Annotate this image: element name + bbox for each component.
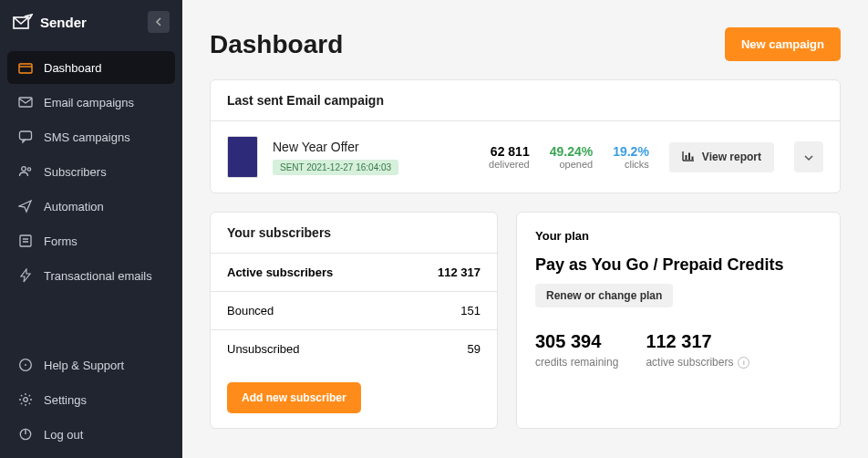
plan-name: Pay as You Go / Prepaid Credits xyxy=(535,255,822,275)
chat-icon xyxy=(18,130,33,144)
chevron-left-icon xyxy=(155,14,162,30)
view-report-label: View report xyxy=(702,151,761,163)
add-subscriber-button[interactable]: Add new subscriber xyxy=(227,382,361,413)
form-icon xyxy=(18,234,33,248)
row-value: 112 317 xyxy=(438,265,480,279)
sidebar-item-automation[interactable]: Automation xyxy=(7,190,175,223)
logo-icon xyxy=(13,14,33,30)
sidebar-item-label: Subscribers xyxy=(44,165,107,179)
svg-rect-1 xyxy=(19,64,32,73)
sidebar-item-dashboard[interactable]: Dashboard xyxy=(7,51,175,84)
subscribers-card: Your subscribers Active subscribers 112 … xyxy=(210,212,498,429)
subscriber-row-unsubscribed[interactable]: Unsubscribed 59 xyxy=(211,330,497,368)
svg-point-8 xyxy=(25,364,26,366)
plan-stat-value: 305 394 xyxy=(535,331,618,352)
chevron-down-icon xyxy=(804,151,813,164)
plan-stat-subscribers: 112 317 active subscribers i xyxy=(646,331,749,369)
subscriber-row-active[interactable]: Active subscribers 112 317 xyxy=(211,254,497,292)
sidebar-header: Sender xyxy=(0,0,182,44)
sidebar-item-label: Forms xyxy=(44,234,78,248)
new-campaign-button[interactable]: New campaign xyxy=(725,27,841,61)
users-icon xyxy=(18,164,33,179)
bolt-icon xyxy=(18,268,33,283)
row-value: 151 xyxy=(460,304,480,317)
page-title: Dashboard xyxy=(210,30,343,59)
mail-icon xyxy=(18,95,33,109)
sidebar-item-forms[interactable]: Forms xyxy=(7,224,175,257)
svg-point-9 xyxy=(24,398,28,402)
subscribers-title: Your subscribers xyxy=(211,213,497,254)
row-label: Unsubscribed xyxy=(227,342,300,356)
sidebar: Sender Dashboard Email campaigns SMS cam… xyxy=(0,0,182,458)
stat-delivered: 62 811 delivered xyxy=(489,144,530,170)
stat-value: 19.2% xyxy=(613,144,649,159)
row-label: Bounced xyxy=(227,304,274,317)
sent-badge: SENT 2021-12-27 16:04:03 xyxy=(273,160,398,175)
svg-rect-12 xyxy=(688,152,690,160)
sidebar-item-logout[interactable]: Log out xyxy=(7,418,175,451)
plan-stat-label: credits remaining xyxy=(535,356,618,369)
help-icon xyxy=(18,358,33,372)
view-report-button[interactable]: View report xyxy=(669,142,774,172)
sidebar-item-transactional[interactable]: Transactional emails xyxy=(7,259,175,292)
plan-stat-value: 112 317 xyxy=(646,331,749,352)
row-value: 59 xyxy=(468,342,480,356)
svg-rect-6 xyxy=(20,235,31,246)
svg-point-4 xyxy=(22,167,26,172)
logo[interactable]: Sender xyxy=(13,14,87,30)
stat-opened: 49.24% opened xyxy=(550,144,593,170)
sidebar-item-label: Transactional emails xyxy=(44,269,152,283)
svg-rect-13 xyxy=(691,156,693,160)
sidebar-item-email-campaigns[interactable]: Email campaigns xyxy=(7,86,175,119)
gear-icon xyxy=(18,392,33,407)
main-nav: Dashboard Email campaigns SMS campaigns … xyxy=(0,44,182,299)
sidebar-item-label: Settings xyxy=(44,393,87,407)
sidebar-footer: Help & Support Settings Log out xyxy=(0,341,182,458)
dashboard-icon xyxy=(18,60,33,75)
main-content: Dashboard New campaign Last sent Email c… xyxy=(182,0,868,458)
collapse-sidebar-button[interactable] xyxy=(148,11,170,33)
logout-icon xyxy=(18,427,33,442)
sidebar-item-help[interactable]: Help & Support xyxy=(7,349,175,381)
campaign-name[interactable]: New Year Offer xyxy=(273,140,474,154)
sidebar-item-settings[interactable]: Settings xyxy=(7,383,175,416)
sidebar-item-label: Log out xyxy=(44,428,83,442)
last-campaign-card: Last sent Email campaign New Year Offer … xyxy=(210,79,841,193)
stat-value: 49.24% xyxy=(550,144,593,159)
plan-card: Your plan Pay as You Go / Prepaid Credit… xyxy=(516,212,841,429)
stat-label: delivered xyxy=(489,159,530,170)
bar-chart-icon xyxy=(682,151,695,164)
subscriber-row-bounced[interactable]: Bounced 151 xyxy=(211,292,497,330)
plan-stat-label: active subscribers xyxy=(646,356,733,369)
sidebar-item-label: Help & Support xyxy=(44,359,124,372)
page-header: Dashboard New campaign xyxy=(210,27,841,61)
plan-section-title: Your plan xyxy=(535,229,822,243)
svg-rect-11 xyxy=(685,155,687,160)
sidebar-item-label: Email campaigns xyxy=(44,96,134,109)
last-campaign-title: Last sent Email campaign xyxy=(211,80,840,121)
plan-stat-credits: 305 394 credits remaining xyxy=(535,331,618,369)
campaign-thumbnail[interactable] xyxy=(227,136,258,178)
row-label: Active subscribers xyxy=(227,265,333,279)
stat-label: clicks xyxy=(613,159,649,170)
svg-point-5 xyxy=(27,168,30,171)
stat-value: 62 811 xyxy=(489,144,530,159)
sidebar-item-sms-campaigns[interactable]: SMS campaigns xyxy=(7,120,175,153)
campaign-more-button[interactable] xyxy=(794,141,823,172)
brand-name: Sender xyxy=(40,15,87,30)
info-icon[interactable]: i xyxy=(738,357,749,369)
sidebar-item-label: Automation xyxy=(44,200,104,213)
sidebar-item-subscribers[interactable]: Subscribers xyxy=(7,155,175,188)
send-icon xyxy=(18,199,33,213)
stat-clicks: 19.2% clicks xyxy=(613,144,649,170)
sidebar-item-label: SMS campaigns xyxy=(44,130,130,144)
svg-rect-2 xyxy=(19,98,32,107)
sidebar-item-label: Dashboard xyxy=(44,61,102,75)
svg-rect-3 xyxy=(20,131,32,140)
change-plan-button[interactable]: Renew or change plan xyxy=(535,284,673,307)
stat-label: opened xyxy=(550,159,593,170)
